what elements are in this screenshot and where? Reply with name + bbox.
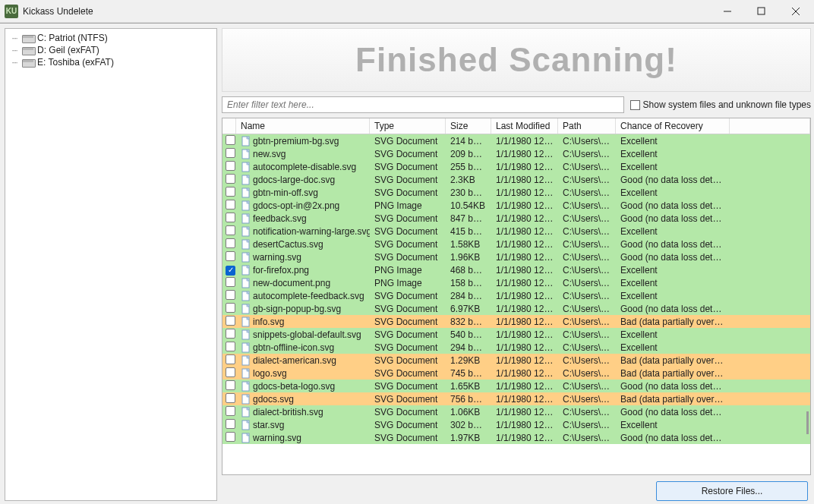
file-type: SVG Document: [370, 291, 446, 301]
row-checkbox[interactable]: [226, 316, 235, 326]
file-modified: 1/1/1980 12:...: [491, 342, 558, 353]
table-row[interactable]: gdocs.svgSVG Document756 bytes1/1/1980 1…: [222, 392, 810, 405]
col-type[interactable]: Type: [370, 118, 446, 134]
drive-tree[interactable]: ····C: Patriot (NTFS)····D: Geil (exFAT)…: [5, 28, 217, 501]
row-checkbox[interactable]: [226, 187, 235, 197]
table-row[interactable]: notification-warning-large.svgSVG Docume…: [222, 225, 810, 238]
row-checkbox[interactable]: [226, 354, 235, 364]
table-row[interactable]: gb-sign-popup-bg.svgSVG Document6.97KB1/…: [222, 302, 810, 315]
file-name: gdocs-large-doc.svg: [253, 175, 335, 185]
file-type: SVG Document: [370, 433, 446, 443]
file-path: C:\Users\M...: [558, 136, 616, 146]
file-name: for-firefox.png: [253, 265, 309, 276]
table-row[interactable]: autocomplete-disable.svgSVG Document255 …: [222, 160, 810, 173]
close-button[interactable]: [778, 1, 812, 22]
file-name: autocomplete-feedback.svg: [253, 291, 364, 301]
drive-icon: [22, 33, 34, 43]
file-type: SVG Document: [370, 317, 446, 327]
table-row[interactable]: new.svgSVG Document209 bytes1/1/1980 12:…: [222, 147, 810, 160]
row-checkbox[interactable]: [226, 277, 235, 287]
row-checkbox[interactable]: [226, 238, 235, 248]
file-recovery: Excellent: [616, 278, 730, 288]
row-checkbox[interactable]: [226, 200, 235, 209]
file-path: C:\Users\M...: [558, 355, 616, 366]
row-checkbox[interactable]: [226, 303, 235, 313]
row-checkbox[interactable]: [226, 432, 235, 442]
row-checkbox[interactable]: [226, 174, 235, 184]
table-row[interactable]: snippets-global-default.svgSVG Document5…: [222, 328, 810, 341]
row-checkbox[interactable]: [226, 251, 235, 261]
row-checkbox[interactable]: [226, 393, 235, 403]
col-name[interactable]: Name: [236, 118, 370, 134]
table-row[interactable]: logo.svgSVG Document745 bytes1/1/1980 12…: [222, 367, 810, 380]
file-modified: 1/1/1980 12:...: [491, 394, 558, 405]
row-checkbox[interactable]: [226, 213, 235, 222]
row-checkbox[interactable]: [226, 419, 235, 429]
table-row[interactable]: for-firefox.pngPNG Image468 bytes1/1/198…: [222, 263, 810, 276]
minimize-button[interactable]: [710, 1, 744, 22]
file-icon: [241, 239, 251, 250]
drive-item[interactable]: ····C: Patriot (NTFS): [7, 32, 215, 44]
table-row[interactable]: desertCactus.svgSVG Document1.58KB1/1/19…: [222, 238, 810, 250]
file-recovery: Bad (data partially overwritten): [616, 355, 730, 366]
row-checkbox[interactable]: [226, 135, 235, 145]
file-size: 540 bytes: [446, 329, 491, 340]
table-row[interactable]: star.svgSVG Document302 bytes1/1/1980 12…: [222, 418, 810, 431]
file-icon: [241, 394, 251, 405]
file-size: 415 bytes: [446, 226, 491, 237]
file-type: SVG Document: [370, 213, 446, 224]
row-checkbox[interactable]: [226, 342, 235, 351]
table-row[interactable]: autocomplete-feedback.svgSVG Document284…: [222, 289, 810, 302]
restore-files-button[interactable]: Restore Files...: [656, 481, 808, 501]
file-modified: 1/1/1980 12:...: [491, 407, 558, 417]
file-recovery: Excellent: [616, 342, 730, 353]
file-name: warning.svg: [253, 252, 301, 263]
table-row[interactable]: feedback.svgSVG Document847 bytes1/1/198…: [222, 212, 810, 225]
row-checkbox[interactable]: [226, 406, 235, 416]
table-row[interactable]: info.svgSVG Document832 bytes1/1/1980 12…: [222, 315, 810, 328]
drive-item[interactable]: ····E: Toshiba (exFAT): [7, 56, 215, 68]
table-row[interactable]: warning.svgSVG Document1.96KB1/1/1980 12…: [222, 250, 810, 263]
table-row[interactable]: gbtn-min-off.svgSVG Document230 bytes1/1…: [222, 186, 810, 199]
table-row[interactable]: dialect-british.svgSVG Document1.06KB1/1…: [222, 405, 810, 418]
file-modified: 1/1/1980 12:...: [491, 187, 558, 198]
filter-input[interactable]: [222, 96, 624, 113]
table-row[interactable]: gbtn-premium-bg.svgSVG Document214 bytes…: [222, 134, 810, 147]
row-checkbox[interactable]: [226, 161, 235, 171]
row-checkbox[interactable]: [226, 266, 235, 276]
row-checkbox[interactable]: [226, 329, 235, 339]
file-path: C:\Users\M...: [558, 394, 616, 405]
col-recovery[interactable]: Chance of Recovery: [616, 118, 730, 134]
file-icon: [241, 226, 251, 237]
file-icon: [241, 200, 251, 211]
file-path: C:\Users\M...: [558, 162, 616, 172]
file-modified: 1/1/1980 12:...: [491, 381, 558, 392]
table-row[interactable]: gdocs-beta-logo.svgSVG Document1.65KB1/1…: [222, 380, 810, 392]
table-row[interactable]: gbtn-offline-icon.svgSVG Document294 byt…: [222, 341, 810, 354]
row-checkbox[interactable]: [226, 380, 235, 390]
file-modified: 1/1/1980 12:...: [491, 162, 558, 172]
row-checkbox[interactable]: [226, 367, 235, 377]
col-path[interactable]: Path: [558, 118, 616, 134]
col-modified[interactable]: Last Modified: [491, 118, 558, 134]
checkbox-icon: [630, 100, 640, 110]
table-row[interactable]: new-document.pngPNG Image158 bytes1/1/19…: [222, 276, 810, 289]
row-checkbox[interactable]: [226, 148, 235, 158]
file-type: SVG Document: [370, 420, 446, 430]
col-size[interactable]: Size: [446, 118, 491, 134]
show-system-checkbox[interactable]: Show system files and unknown file types: [630, 99, 811, 110]
table-row[interactable]: dialect-american.svgSVG Document1.29KB1/…: [222, 354, 810, 367]
table-row[interactable]: gdocs-opt-in@2x.pngPNG Image10.54KB1/1/1…: [222, 199, 810, 212]
scrollbar-thumb[interactable]: [806, 411, 809, 434]
table-body[interactable]: gbtn-premium-bg.svgSVG Document214 bytes…: [222, 134, 810, 474]
drive-item[interactable]: ····D: Geil (exFAT): [7, 44, 215, 56]
file-name: notification-warning-large.svg: [253, 226, 370, 237]
file-name: gdocs.svg: [253, 394, 294, 405]
row-checkbox[interactable]: [226, 290, 235, 300]
row-checkbox[interactable]: [226, 225, 235, 235]
maximize-button[interactable]: [744, 1, 778, 22]
file-modified: 1/1/1980 12:...: [491, 239, 558, 250]
table-row[interactable]: warning.svgSVG Document1.97KB1/1/1980 12…: [222, 431, 810, 444]
table-row[interactable]: gdocs-large-doc.svgSVG Document2.3KB1/1/…: [222, 173, 810, 186]
file-size: 1.58KB: [446, 239, 491, 250]
